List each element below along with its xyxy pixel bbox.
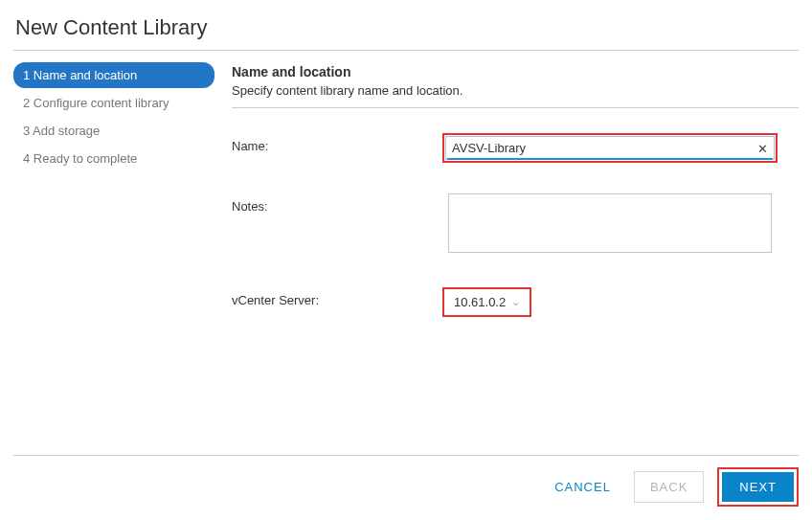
step-configure[interactable]: 2 Configure content library bbox=[13, 90, 214, 116]
next-button[interactable]: NEXT bbox=[722, 472, 794, 502]
next-button-highlight: NEXT bbox=[717, 467, 799, 507]
divider bbox=[13, 50, 799, 51]
vcenter-label: vCenter Server: bbox=[232, 287, 442, 307]
clear-icon[interactable]: ✕ bbox=[757, 141, 768, 155]
input-focus-underline bbox=[447, 158, 773, 160]
section-divider bbox=[232, 107, 799, 108]
name-input[interactable] bbox=[445, 136, 775, 160]
name-input-highlight: ✕ bbox=[442, 133, 778, 163]
cancel-button[interactable]: CANCEL bbox=[545, 472, 620, 502]
chevron-down-icon: ⌄ bbox=[511, 296, 520, 308]
wizard-steps: 1 Name and location 2 Configure content … bbox=[13, 57, 214, 348]
step-add-storage[interactable]: 3 Add storage bbox=[13, 118, 214, 144]
dialog-title: New Content Library bbox=[13, 11, 799, 50]
notes-label: Notes: bbox=[232, 193, 442, 214]
section-subtitle: Specify content library name and locatio… bbox=[232, 83, 799, 98]
vcenter-value: 10.61.0.2 bbox=[454, 295, 506, 309]
step-name-location[interactable]: 1 Name and location bbox=[13, 62, 214, 88]
back-button: BACK bbox=[634, 471, 704, 503]
section-title: Name and location bbox=[232, 64, 799, 79]
step-ready[interactable]: 4 Ready to complete bbox=[13, 146, 214, 171]
name-label: Name: bbox=[232, 133, 442, 153]
vcenter-dropdown[interactable]: 10.61.0.2 ⌄ bbox=[442, 287, 531, 317]
notes-textarea[interactable] bbox=[448, 193, 772, 253]
